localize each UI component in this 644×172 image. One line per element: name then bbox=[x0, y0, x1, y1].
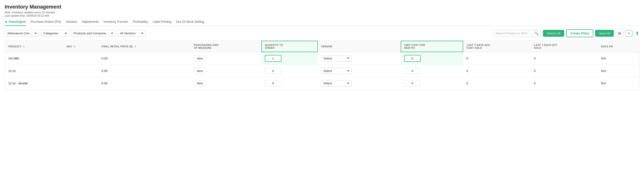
columns-icon-button[interactable]: ⊞ bbox=[616, 30, 624, 37]
cell-last7-avg: 0 bbox=[463, 52, 530, 65]
cell-unit-cost bbox=[401, 77, 463, 90]
col-header-last7-qty: LAST 7 DAYS QTYSOLD bbox=[531, 41, 598, 52]
sort-arrows-price: ⇅ bbox=[134, 45, 136, 48]
cell-retail-price: 0.00 bbox=[98, 77, 190, 90]
col-header-quantity: QUANTITY TOORDER bbox=[262, 41, 318, 52]
cell-product: 12 oz bbox=[5, 65, 63, 77]
table-row: 12 oz - double 0.00 Item Select 0 0 N/A bbox=[5, 77, 639, 90]
sort-arrows-sku: ⇅ bbox=[74, 45, 76, 48]
col-header-purchasing-unit: PURCHASING UNITOF MEASURE bbox=[190, 41, 261, 52]
tab-inventory-transfer[interactable]: Inventory Transfer bbox=[104, 20, 128, 26]
create-po-button[interactable]: Create PO(s) bbox=[566, 29, 593, 37]
col-header-retail-price[interactable]: FINAL RETAIL PRICE ($) ⇅ bbox=[98, 41, 190, 52]
upload-icon[interactable]: ⬆ bbox=[635, 31, 639, 36]
search-box: 🔍 bbox=[493, 30, 541, 37]
table-row: 12 oz 0.00 Item Select 0 0 N/A bbox=[5, 65, 639, 77]
table-wrapper: PRODUCT ⇅ SKU ⇅ FINAL RETAIL PRICE ($) ⇅… bbox=[5, 41, 639, 90]
tab-out-of-stock[interactable]: Out Of Stock Setting bbox=[176, 20, 204, 26]
tab-vendors[interactable]: Vendors bbox=[66, 20, 77, 26]
vendors-dropdown[interactable]: All Vendors bbox=[117, 30, 146, 37]
cell-unit-cost bbox=[401, 65, 463, 77]
sort-arrows-product: ⇅ bbox=[23, 45, 25, 48]
col-header-last7-avg: LAST 7 DAYS AVGCOST SOLD bbox=[463, 41, 530, 52]
cell-sku bbox=[63, 77, 98, 90]
cell-sku bbox=[63, 52, 98, 65]
products-dropdown[interactable]: Products and Compone... bbox=[71, 30, 116, 37]
categories-dropdown[interactable]: Categories bbox=[41, 30, 69, 37]
quantity-input[interactable] bbox=[265, 68, 282, 74]
cell-product: 12 oz - double bbox=[5, 77, 63, 90]
tab-label-printing[interactable]: Label Printing bbox=[152, 20, 172, 26]
col-header-vendor: VENDOR bbox=[318, 41, 401, 52]
item-badge: Item bbox=[194, 80, 206, 87]
vendor-select[interactable]: Select bbox=[321, 55, 352, 62]
page-wrapper: Inventory Management Note: Inventory upd… bbox=[0, 0, 644, 172]
cell-retail-price: 0.00 bbox=[98, 52, 190, 65]
item-badge: Item bbox=[194, 68, 206, 74]
quantity-input[interactable] bbox=[265, 55, 282, 62]
nav-tabs: ★ View/Adjust Purchase Orders (PO) Vendo… bbox=[5, 20, 639, 26]
note-text: Note: Inventory updates every 10 minutes… bbox=[5, 11, 639, 14]
inventory-table: PRODUCT ⇅ SKU ⇅ FINAL RETAIL PRICE ($) ⇅… bbox=[5, 41, 639, 90]
table-row: 1% Milk 0.00 Item Select 0 0 N/A bbox=[5, 52, 639, 65]
last-update-text: Last update time: 23/08/24 02:22 AM bbox=[5, 14, 639, 17]
toolbar: Athenaeum Cen... Categories Products and… bbox=[5, 29, 639, 37]
unit-cost-input[interactable] bbox=[404, 68, 421, 74]
page-title: Inventory Management bbox=[5, 4, 639, 10]
cell-retail-price: 0.00 bbox=[98, 65, 190, 77]
cell-unit-cost bbox=[401, 52, 463, 65]
cell-quantity bbox=[262, 52, 318, 65]
cell-sku bbox=[63, 65, 98, 77]
search-all-button[interactable]: Search All bbox=[543, 30, 564, 37]
cell-last7-avg: 0 bbox=[463, 77, 530, 90]
cell-quantity bbox=[262, 65, 318, 77]
cell-vendor: Select bbox=[318, 65, 401, 77]
item-badge: Item bbox=[194, 55, 206, 62]
cell-days-on: N/A bbox=[598, 77, 639, 90]
vendor-select[interactable]: Select bbox=[321, 68, 352, 74]
cell-last7-qty: 0 bbox=[531, 65, 598, 77]
tab-adjustments[interactable]: Adjustments bbox=[82, 20, 99, 26]
cell-quantity bbox=[262, 77, 318, 90]
cell-last7-qty: 0 bbox=[531, 52, 598, 65]
cell-vendor: Select bbox=[318, 52, 401, 65]
tab-purchase-orders[interactable]: Purchase Orders (PO) bbox=[30, 20, 61, 26]
star-icon: ★ bbox=[5, 20, 7, 24]
col-header-days-on: DAYS ON bbox=[598, 41, 639, 52]
location-dropdown[interactable]: Athenaeum Cen... bbox=[5, 30, 39, 37]
save-all-button[interactable]: Save All bbox=[595, 30, 614, 37]
unit-cost-input[interactable] bbox=[404, 55, 421, 62]
tab-profitability[interactable]: Profitability bbox=[133, 20, 148, 26]
caret-down-button[interactable]: ▼ bbox=[625, 30, 632, 37]
search-input[interactable] bbox=[496, 32, 533, 35]
cell-last7-avg: 0 bbox=[463, 65, 530, 77]
vendor-select[interactable]: Select bbox=[321, 80, 352, 87]
cell-product: 1% Milk bbox=[5, 52, 63, 65]
cell-purchasing-unit: Item bbox=[190, 65, 261, 77]
col-header-product[interactable]: PRODUCT ⇅ bbox=[5, 41, 63, 52]
search-icon: 🔍 bbox=[534, 32, 538, 35]
cell-purchasing-unit: Item bbox=[190, 77, 261, 90]
col-header-unit-cost: UNIT COST FORNEW PO bbox=[401, 41, 463, 52]
cell-days-on: N/A bbox=[598, 52, 639, 65]
quantity-input[interactable] bbox=[265, 80, 282, 87]
col-header-sku[interactable]: SKU ⇅ bbox=[63, 41, 98, 52]
cell-vendor: Select bbox=[318, 77, 401, 90]
cell-purchasing-unit: Item bbox=[190, 52, 261, 65]
cell-days-on: N/A bbox=[598, 65, 639, 77]
cell-last7-qty: 0 bbox=[531, 77, 598, 90]
unit-cost-input[interactable] bbox=[404, 80, 421, 87]
tab-view-adjust[interactable]: ★ View/Adjust bbox=[5, 20, 26, 26]
